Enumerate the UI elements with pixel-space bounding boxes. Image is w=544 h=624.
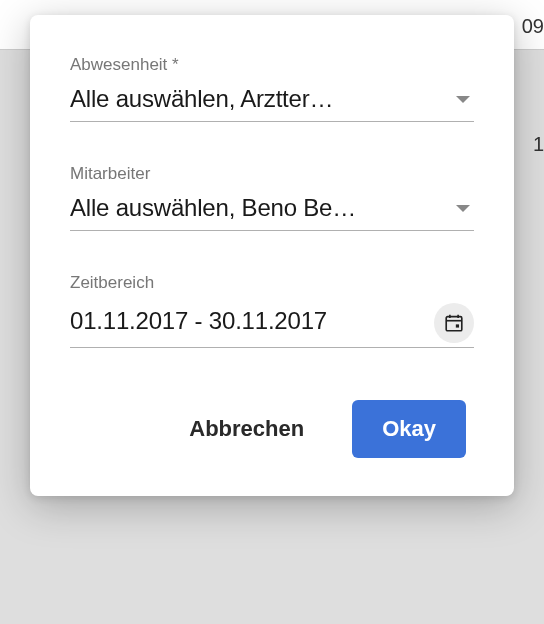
date-range-input[interactable]: 01.11.2017 - 30.11.2017 (70, 303, 474, 348)
absence-label: Abwesenheit * (70, 55, 474, 75)
calendar-picker-button[interactable] (434, 303, 474, 343)
absence-dropdown[interactable]: Alle auswählen, Arztter… (70, 85, 474, 122)
background-partial-text-mid: 1 (533, 133, 544, 156)
background-partial-text-top: 09 (522, 15, 544, 38)
chevron-down-icon (456, 205, 470, 212)
employee-field: Mitarbeiter Alle auswählen, Beno Be… (70, 164, 474, 231)
absence-field: Abwesenheit * Alle auswählen, Arztter… (70, 55, 474, 122)
chevron-down-icon (456, 96, 470, 103)
filter-dialog: Abwesenheit * Alle auswählen, Arztter… M… (30, 15, 514, 496)
calendar-icon (443, 312, 465, 334)
dialog-actions: Abbrechen Okay (70, 390, 474, 466)
employee-value: Alle auswählen, Beno Be… (70, 194, 444, 222)
date-range-value: 01.11.2017 - 30.11.2017 (70, 307, 426, 335)
okay-button[interactable]: Okay (352, 400, 466, 458)
employee-label: Mitarbeiter (70, 164, 474, 184)
date-range-field: Zeitbereich 01.11.2017 - 30.11.2017 (70, 273, 474, 348)
absence-value: Alle auswählen, Arztter… (70, 85, 444, 113)
employee-dropdown[interactable]: Alle auswählen, Beno Be… (70, 194, 474, 231)
cancel-button[interactable]: Abbrechen (163, 400, 330, 458)
svg-rect-0 (446, 317, 462, 331)
svg-rect-2 (456, 324, 459, 327)
date-range-label: Zeitbereich (70, 273, 474, 293)
